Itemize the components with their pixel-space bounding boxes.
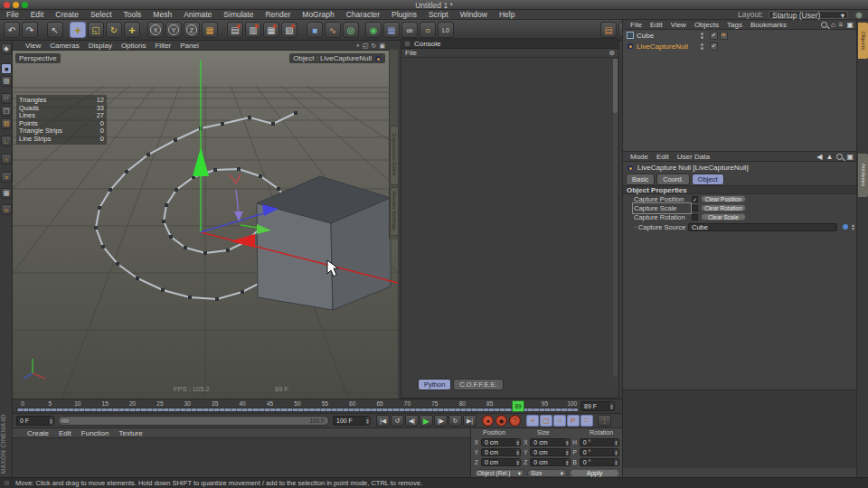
goto-end-button[interactable]: ▶|: [463, 415, 476, 427]
mat-menu-texture[interactable]: Texture: [119, 429, 143, 437]
position-z-field[interactable]: 0 cm▲▼: [481, 458, 521, 466]
om-menu-objects[interactable]: Objects: [694, 21, 719, 29]
dock-tab-objects[interactable]: Objects: [858, 23, 868, 59]
record-keyframe-button[interactable]: ●: [482, 415, 494, 427]
am-menu-edit[interactable]: Edit: [656, 153, 669, 161]
menu-select[interactable]: Select: [90, 10, 112, 19]
menu-mesh[interactable]: Mesh: [153, 10, 172, 19]
key-pla-toggle[interactable]: ∷: [580, 415, 593, 427]
next-frame-button[interactable]: |▶: [434, 415, 448, 427]
up-icon[interactable]: ▲: [826, 153, 834, 161]
range-end-field[interactable]: 100 F ▲▼: [333, 416, 371, 426]
texture-mode-button[interactable]: ▨: [1, 76, 12, 87]
size-z-field[interactable]: 0 cm▲▼: [530, 458, 570, 466]
live-selection-tool[interactable]: ↖: [47, 22, 63, 38]
menu-file[interactable]: File: [6, 10, 19, 19]
last-used-tool[interactable]: +: [124, 22, 140, 38]
visibility-dots[interactable]: [701, 33, 703, 39]
viewport-pan-icon[interactable]: +: [356, 42, 360, 49]
back-icon[interactable]: ◀: [816, 153, 822, 161]
playhead[interactable]: 89: [512, 400, 524, 412]
object-row-livecapturenull[interactable]: LiveCaptureNull ✓: [623, 41, 868, 52]
camera-label[interactable]: Perspective: [15, 53, 61, 63]
console-menu-file[interactable]: File: [405, 49, 417, 57]
range-start-field[interactable]: 0 F ▲▼: [16, 416, 54, 426]
tab-expression-editor[interactable]: Expression Editor: [390, 126, 398, 185]
previous-frame-button[interactable]: ◀|: [405, 415, 419, 427]
vp-menu-cameras[interactable]: Cameras: [50, 42, 79, 50]
render-view-button[interactable]: ▤: [227, 22, 243, 38]
range-slider-handle[interactable]: [60, 418, 71, 424]
range-end-stepper[interactable]: ▲▼: [364, 417, 370, 425]
add-generator-button[interactable]: ◎: [343, 22, 359, 38]
key-scale-toggle[interactable]: ▢: [540, 415, 552, 427]
polygons-mode-button[interactable]: ▧: [1, 118, 12, 129]
move-tool[interactable]: +: [70, 22, 86, 38]
range-start-stepper[interactable]: ▲▼: [48, 417, 53, 425]
list-icon[interactable]: ≡: [839, 21, 844, 29]
snapping-button[interactable]: ∩: [1, 154, 12, 164]
play-reverse-button[interactable]: ↺: [391, 415, 404, 427]
capture-button[interactable]: ∞: [1, 204, 12, 215]
points-mode-button[interactable]: ∷: [1, 93, 12, 104]
rotate-tool[interactable]: ↻: [106, 22, 122, 38]
stepper[interactable]: ▲▼: [613, 459, 618, 465]
stepper[interactable]: ▲▼: [564, 449, 570, 455]
link-dot-icon[interactable]: [843, 224, 848, 230]
source-stepper-icon[interactable]: ▲▼: [851, 223, 855, 230]
current-frame-field[interactable]: 89 F ▲▼: [580, 401, 615, 411]
menu-script[interactable]: Script: [429, 10, 448, 19]
home-icon[interactable]: ⌂: [831, 21, 835, 29]
vp-menu-view[interactable]: View: [25, 42, 41, 50]
layout-select[interactable]: Startup (User) ▾: [769, 11, 848, 19]
menu-animate[interactable]: Animate: [184, 10, 212, 19]
solo-button[interactable]: ⋮: [598, 415, 611, 427]
om-menu-edit[interactable]: Edit: [650, 21, 663, 29]
render-team-button[interactable]: ▦: [263, 22, 279, 38]
key-parameter-toggle[interactable]: P: [567, 415, 580, 427]
stepper[interactable]: ▲▼: [564, 459, 570, 465]
stepper[interactable]: ▲▼: [613, 449, 618, 455]
coord-mode-dropdown[interactable]: Object (Rel.)▾: [474, 469, 524, 477]
tab-render-settings[interactable]: Render Settings: [390, 187, 398, 236]
edges-mode-button[interactable]: ▢: [1, 106, 12, 117]
clear-scale-button[interactable]: Clear Scale: [701, 213, 746, 221]
menu-render[interactable]: Render: [265, 10, 290, 19]
active-object-badge[interactable]: Object : LiveCaptureNull: [289, 53, 385, 63]
rotation-h-field[interactable]: 0 °▲▼: [580, 438, 619, 446]
undo-icon[interactable]: ↶: [4, 22, 20, 38]
mat-menu-function[interactable]: Function: [81, 429, 109, 437]
menu-plugins[interactable]: Plugins: [392, 10, 417, 19]
size-mode-dropdown[interactable]: Size▾: [527, 469, 567, 477]
add-camera-button[interactable]: ∞: [401, 22, 418, 38]
tab-coord[interactable]: Coord.: [656, 174, 690, 185]
menu-simulate[interactable]: Simulate: [223, 10, 253, 19]
model-mode-button[interactable]: ■: [1, 63, 12, 74]
add-primitive-button[interactable]: ■: [307, 22, 323, 38]
key-rotation-toggle[interactable]: ○: [553, 415, 566, 427]
vp-menu-display[interactable]: Display: [89, 42, 112, 50]
expand-dot-icon[interactable]: ◦: [634, 223, 637, 231]
perspective-viewport[interactable]: View Cameras Display Options Filter Pane…: [13, 41, 398, 399]
axis-mode-button[interactable]: ∟: [1, 136, 12, 146]
viewport-zoom-icon[interactable]: ◱: [363, 42, 369, 50]
stepper[interactable]: ▲▼: [613, 439, 618, 446]
am-menu-mode[interactable]: Mode: [630, 153, 648, 161]
add-light-button[interactable]: ○: [420, 22, 436, 38]
rotation-b-field[interactable]: 0 °▲▼: [580, 458, 619, 466]
frame-stepper[interactable]: ▲▼: [609, 402, 614, 410]
make-editable-button[interactable]: ◆: [1, 43, 12, 54]
coordinate-system-toggle[interactable]: ▦: [202, 22, 218, 38]
clear-position-button[interactable]: Clear Position: [701, 195, 746, 202]
stepper[interactable]: ▲▼: [514, 449, 520, 455]
content-browser-button[interactable]: ▤: [600, 22, 617, 38]
capture-rotation-checkbox[interactable]: [692, 214, 698, 221]
render-picture-viewer-button[interactable]: ▥: [245, 22, 261, 38]
play-button[interactable]: ▶: [420, 415, 433, 427]
lock-x-axis-button[interactable]: X: [147, 22, 164, 38]
scale-tool[interactable]: ◱: [88, 22, 104, 38]
object-row-cube[interactable]: Cube ✓ ✳: [623, 30, 868, 41]
lock-z-axis-button[interactable]: Z: [184, 22, 200, 38]
display-filter-button[interactable]: L0: [438, 22, 454, 38]
vp-menu-panel[interactable]: Panel: [180, 42, 198, 50]
